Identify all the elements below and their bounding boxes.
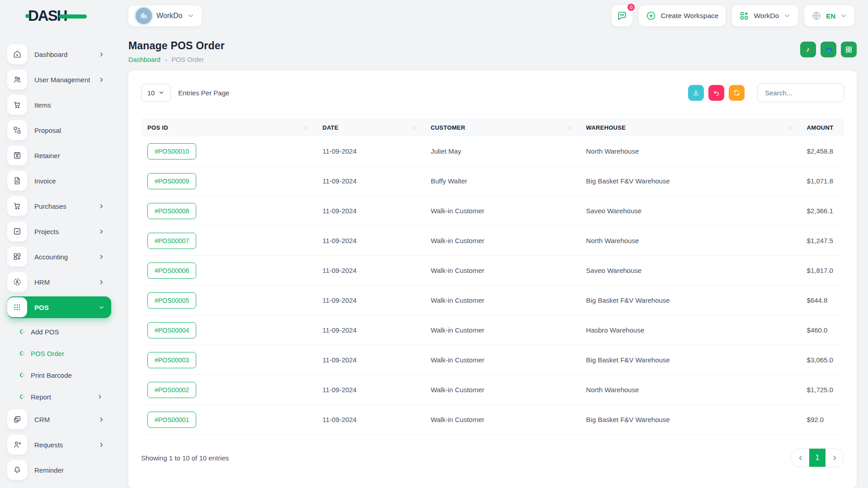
workspace-selector[interactable]: WorkDo	[128, 5, 202, 26]
search-input[interactable]	[757, 83, 844, 102]
date-cell: 11-09-2024	[316, 147, 424, 155]
sidebar-item-crm[interactable]: CRM	[7, 408, 111, 430]
pos-id-link[interactable]: #POS00003	[147, 352, 196, 368]
sidebar-item-reminder[interactable]: Reminder	[7, 459, 111, 481]
page-number-1[interactable]: 1	[809, 448, 826, 467]
sidebar-item-user-management[interactable]: User Management	[7, 69, 111, 90]
refresh-button[interactable]	[729, 85, 745, 101]
chevron-down-icon	[840, 12, 847, 19]
customer-cell: Juliet May	[425, 147, 580, 155]
warehouse-cell: Hasbro Warehouse	[580, 326, 800, 334]
table-row: #POS00007 11-09-2024 Walk-in Customer No…	[141, 226, 844, 256]
pos-id-link[interactable]: #POS00004	[147, 322, 196, 338]
pos-id-link[interactable]: #POS00005	[147, 292, 196, 309]
column-header-amount: AMOUNT	[801, 124, 844, 131]
pos-id-link[interactable]: #POS00001	[147, 412, 196, 428]
customer-cell: Walk-in Customer	[425, 296, 580, 304]
customer-cell: Walk-in Customer	[425, 326, 580, 334]
pos-id-link[interactable]: #POS00009	[147, 173, 196, 189]
column-header-warehouse: WAREHOUSE↑↓	[580, 124, 800, 131]
google-drive-button[interactable]	[800, 42, 816, 57]
brand-logo-text: DASH	[28, 7, 67, 24]
table-row: #POS00010 11-09-2024 Juliet May North Wa…	[141, 136, 844, 166]
customer-cell: Walk-in Customer	[425, 356, 580, 364]
sidebar-item-projects[interactable]: Projects	[7, 221, 111, 242]
breadcrumb-current: POS Order	[171, 56, 204, 63]
sidebar-item-label: Purchases	[34, 202, 91, 210]
sidebar-subitem-add-pos[interactable]: Add POS	[7, 322, 111, 342]
amount-cell: $1,247.5	[801, 237, 844, 244]
overlap-squares-icon	[7, 409, 27, 429]
sidebar-item-invoice[interactable]: Invoice	[7, 170, 111, 192]
onedrive-button[interactable]	[821, 42, 836, 57]
sidebar-item-items[interactable]: Items	[7, 94, 111, 116]
table-row: #POS00005 11-09-2024 Walk-in Customer Bi…	[141, 286, 844, 315]
create-workspace-button[interactable]: Create Workspace	[639, 5, 726, 26]
pos-id-link[interactable]: #POS00002	[147, 382, 196, 398]
pos-id-link[interactable]: #POS00008	[147, 203, 196, 219]
topbar: DASH WorkDo 0	[0, 0, 868, 32]
sidebar-item-label: POS	[34, 304, 91, 311]
chevron-right-icon	[831, 455, 838, 461]
date-cell: 11-09-2024	[316, 386, 424, 394]
sidebar-subitem-report[interactable]: Report	[7, 387, 111, 407]
sidebar-item-label: User Management	[34, 76, 91, 84]
sidebar: Dashboard User Management Items Proposal	[0, 32, 116, 488]
bullet-icon	[19, 328, 25, 335]
sort-icon[interactable]: ↑↓	[788, 125, 794, 130]
brand-logo[interactable]: DASH	[0, 7, 116, 24]
grid-view-button[interactable]	[841, 42, 857, 57]
customer-cell: Walk-in Customer	[425, 207, 580, 215]
sidebar-item-dashboard[interactable]: Dashboard	[7, 43, 111, 65]
date-cell: 11-09-2024	[316, 326, 424, 334]
sort-icon[interactable]: ↑↓	[567, 125, 573, 130]
sidebar-subitem-pos-order[interactable]: POS Order	[7, 343, 111, 363]
chevron-down-icon	[98, 304, 105, 311]
amount-cell: $2,366.1	[801, 207, 844, 215]
pos-id-link[interactable]: #POS00007	[147, 233, 196, 249]
pos-id-link[interactable]: #POS00006	[147, 263, 196, 279]
workspace-name: WorkDo	[156, 12, 183, 20]
onedrive-icon	[824, 45, 833, 54]
sidebar-item-accounting[interactable]: Accounting	[7, 246, 111, 267]
previous-page-button[interactable]	[791, 448, 809, 467]
warehouse-cell: North Warehouse	[580, 237, 800, 244]
export-button[interactable]	[688, 85, 704, 101]
sidebar-item-proposal[interactable]: Proposal	[7, 119, 111, 141]
sidebar-item-retainer[interactable]: Retainer	[7, 145, 111, 166]
sidebar-item-hrm[interactable]: HRM	[7, 271, 111, 293]
table-row: #POS00001 11-09-2024 Walk-in Customer Bi…	[141, 405, 844, 435]
date-cell: 11-09-2024	[316, 416, 424, 423]
breadcrumb-dashboard-link[interactable]: Dashboard	[128, 56, 160, 63]
next-page-button[interactable]	[826, 448, 844, 467]
language-selector[interactable]: EN	[804, 5, 854, 26]
chevron-right-icon	[98, 279, 105, 286]
pos-id-link[interactable]: #POS00010	[147, 143, 196, 160]
app-menu-button[interactable]: WorkDo	[732, 5, 798, 26]
entries-per-page-select[interactable]: 10	[141, 84, 171, 102]
table-row: #POS00006 11-09-2024 Walk-in Customer Sa…	[141, 256, 844, 286]
date-cell: 11-09-2024	[316, 177, 424, 185]
amount-cell: $3,065.0	[801, 356, 844, 364]
warehouse-cell: Big Basket F&V Warehouse	[580, 177, 800, 185]
table-header-row: POS ID↑↓ DATE↑↓ CUSTOMER↑↓ WAREHOUSE↑↓ A…	[141, 118, 844, 136]
sidebar-item-label: Invoice	[34, 177, 105, 185]
reset-button[interactable]	[708, 85, 724, 101]
sidebar-item-purchases[interactable]: Purchases	[7, 195, 111, 217]
customer-cell: Walk-in Customer	[425, 416, 580, 423]
sort-icon[interactable]: ↑↓	[304, 125, 310, 130]
sidebar-subitem-label: Add POS	[31, 328, 103, 336]
sidebar-subitem-print-barcode[interactable]: Print Barcode	[7, 365, 111, 385]
sort-icon[interactable]: ↑↓	[412, 125, 418, 130]
sidebar-item-pos[interactable]: POS	[7, 296, 111, 318]
dots-grid-icon	[7, 297, 27, 317]
table-row: #POS00004 11-09-2024 Walk-in Customer Ha…	[141, 315, 844, 345]
messages-button[interactable]: 0	[612, 5, 632, 26]
users-icon	[7, 70, 27, 89]
home-icon	[7, 44, 27, 64]
amount-cell: $2,458.8	[801, 147, 844, 155]
sidebar-item-label: Reminder	[34, 466, 105, 474]
pos-order-table: POS ID↑↓ DATE↑↓ CUSTOMER↑↓ WAREHOUSE↑↓ A…	[141, 118, 844, 435]
sidebar-item-requests[interactable]: Requests	[7, 434, 111, 455]
chevron-left-icon	[797, 455, 804, 461]
